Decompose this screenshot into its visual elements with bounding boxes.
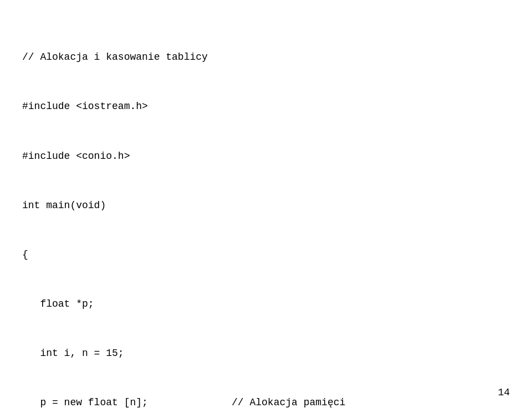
code-block: // Alokacja i kasowanie tablicy #include… <box>22 17 510 408</box>
code-line-1: // Alokacja i kasowanie tablicy <box>22 49 510 66</box>
code-line-8: p = new float [n]; // Alokacja pamięci <box>22 395 510 408</box>
page-container: // Alokacja i kasowanie tablicy #include… <box>0 0 532 408</box>
code-line-7: int i, n = 15; <box>22 345 510 362</box>
code-line-5: { <box>22 247 510 264</box>
code-line-2: #include <iostream.h> <box>22 99 510 115</box>
code-line-6: float *p; <box>22 296 510 313</box>
code-line-4: int main(void) <box>22 198 510 214</box>
code-line-3: #include <conio.h> <box>22 148 510 165</box>
page-number: 14 <box>498 387 510 398</box>
